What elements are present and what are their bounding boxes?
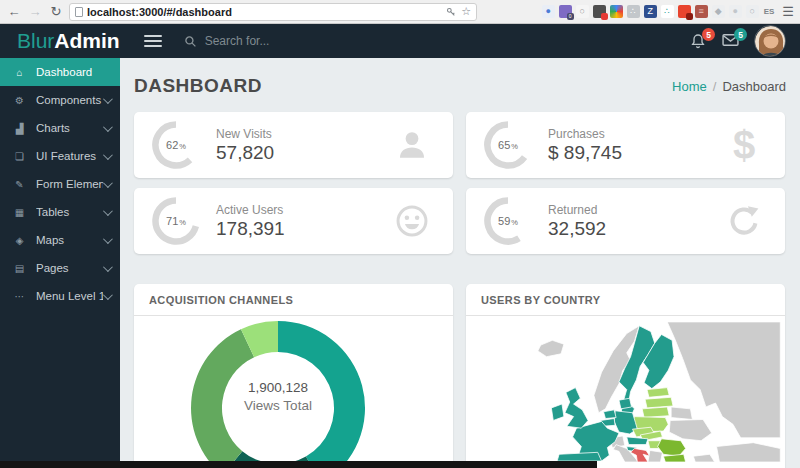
country-spain[interactable] [557,452,601,461]
zotero-extension-icon[interactable]: Z [644,5,657,18]
card-label: Purchases [548,127,622,141]
breadcrumb: Home / Dashboard [672,79,786,94]
percent-arc: 71% [152,197,200,245]
pinwheel-extension-icon[interactable] [610,5,623,18]
country-serbia[interactable] [648,450,662,462]
address-bar[interactable]: ☆ [69,3,477,21]
sidebar-item-label: Dashboard [36,66,110,78]
chevron-down-icon [103,178,113,188]
sidebar-item-tables[interactable]: ▦Tables [0,198,120,226]
panels-row: ACQUISITION CHANNELS 1,900,128 Views Tot… [134,284,787,468]
sidebar-item-label: Maps [36,234,103,246]
sidebar-toggle-icon[interactable] [144,35,162,47]
url-input[interactable] [87,6,442,18]
search-input[interactable] [205,34,365,48]
global-search[interactable] [184,34,365,48]
screen-edge-bar [0,461,597,468]
sidebar: ⌂Dashboard⚙Components▟Charts❏UI Features… [0,58,120,468]
card-label: Returned [548,203,606,217]
country-estonia[interactable] [647,388,669,398]
brand-logo[interactable]: BlurAdmin [17,29,120,53]
user-avatar[interactable] [754,25,786,57]
notifications-badge: 5 [702,28,715,41]
molecule-extension-icon[interactable]: ∴ [661,5,674,18]
chevron-down-icon [103,234,113,244]
views-total-value: 1,900,128 [222,380,334,395]
person-icon [393,126,431,164]
country-ukraine[interactable] [669,419,712,440]
donut-center-label: 1,900,128 Views Total [222,380,334,413]
red-extension-icon[interactable] [678,5,691,18]
country-united-kingdom[interactable] [565,388,588,429]
key-icon[interactable] [446,7,456,17]
browser-menu-icon[interactable]: ☰ [782,4,794,19]
sidebar-item-charts[interactable]: ▟Charts [0,114,120,142]
notifications-bell-icon[interactable]: 5 [690,33,708,49]
sidebar-item-menu-level-1[interactable]: ⋯Menu Level 1 [0,282,120,310]
ghost-extension-icon[interactable]: 0 [559,5,572,18]
country-netherlands[interactable] [604,410,617,419]
chevron-down-icon [103,122,113,132]
pencil-square-icon: ✎ [13,179,26,190]
dark-extension-icon[interactable] [593,5,606,18]
share-extension-icon[interactable]: ∴ [627,5,640,18]
card-value: 57,820 [216,142,274,164]
percent-arc: 62% [152,121,200,169]
breadcrumb-separator: / [713,79,717,94]
europe-map[interactable] [480,320,785,462]
country-ireland[interactable] [551,404,564,420]
window-icon: ❏ [13,151,26,162]
bar-chart-icon: ▟ [13,123,26,134]
bookmark-star-icon[interactable]: ☆ [461,5,471,18]
acquisition-channels-panel: ACQUISITION CHANNELS 1,900,128 Views Tot… [134,284,453,468]
country-turkey[interactable] [717,443,781,462]
sidebar-item-ui-features[interactable]: ❏UI Features [0,142,120,170]
page-title: DASHBOARD [134,75,262,97]
browser-back-icon[interactable]: ← [6,5,22,18]
messages-mail-icon[interactable]: 5 [722,33,740,49]
panel-title: ACQUISITION CHANNELS [134,284,453,316]
browser-forward-icon[interactable]: → [27,5,43,18]
chevron-down-icon [103,262,113,272]
brand-logo-blur: Blur [17,29,54,52]
card-label: Active Users [216,203,285,217]
page-icon [75,7,83,17]
country-belarus[interactable] [671,407,692,420]
country-latvia[interactable] [645,397,673,408]
browser-refresh-icon[interactable]: ↻ [48,5,64,18]
card-value: $ 89,745 [548,142,622,164]
screen: ← → ↻ ☆ ●0○∴Z∴≡◆●○ ES ☰ BlurAdmin [0,0,800,468]
country-lithuania[interactable] [642,407,669,418]
shield-extension-icon[interactable]: ◆ [712,5,725,18]
donut-chart[interactable]: 1,900,128 Views Total [134,316,453,468]
breadcrumb-home-link[interactable]: Home [672,79,707,94]
lightbulb-extension-icon[interactable]: ○ [576,5,589,18]
country-bulgaria[interactable] [663,454,685,462]
country-iceland[interactable] [538,340,564,356]
sidebar-item-label: Menu Level 1 [36,290,103,302]
table-icon: ▦ [13,207,26,218]
sidebar-item-components[interactable]: ⚙Components [0,86,120,114]
person-extension-icon[interactable]: ● [542,5,555,18]
sidebar-item-label: Components [36,94,103,106]
outline-extension-icon[interactable]: ○ [746,5,759,18]
sidebar-item-form-elements[interactable]: ✎Form Elements [0,170,120,198]
sidebar-item-dashboard[interactable]: ⌂Dashboard [0,58,120,86]
circle-extension-icon[interactable]: ● [729,5,742,18]
chevron-down-icon [103,150,113,160]
views-total-caption: Views Total [222,398,334,413]
gear-icon: ⚙ [13,95,26,106]
sidebar-item-pages[interactable]: ▤Pages [0,254,120,282]
grid-extension-icon[interactable]: ≡ [695,5,708,18]
panel-title: USERS BY COUNTRY [466,284,785,316]
country-greece[interactable] [693,454,714,462]
refresh-icon [725,202,763,240]
search-icon [184,35,197,48]
main-content: DASHBOARD Home / Dashboard 62% New Visit… [120,58,800,468]
country-denmark[interactable] [619,398,632,409]
sidebar-item-maps[interactable]: ◈Maps [0,226,120,254]
home-icon: ⌂ [13,67,26,78]
language-badge: ES [764,7,775,16]
smiley-icon [393,202,431,240]
chevron-down-icon [103,290,113,300]
